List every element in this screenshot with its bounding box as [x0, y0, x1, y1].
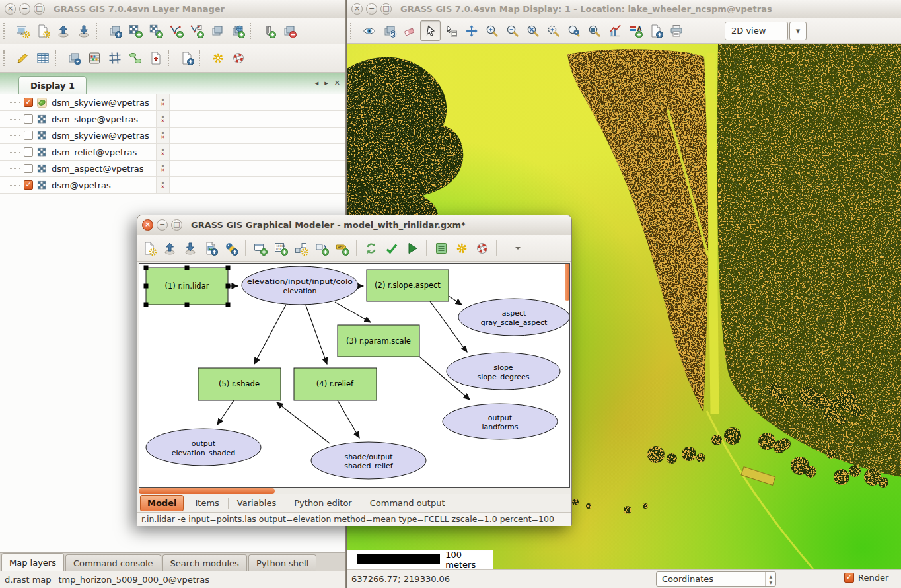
view-mode-dropdown-button[interactable]: ▾ — [789, 22, 807, 40]
add-multiple-layers-button[interactable] — [104, 21, 125, 42]
minimize-icon[interactable]: − — [19, 3, 30, 15]
layer-row-button[interactable]: ▪✕ — [156, 94, 170, 110]
close-icon[interactable]: × — [5, 3, 16, 15]
lm-tab-search-modules[interactable]: Search modules — [162, 554, 247, 571]
add-group-button[interactable] — [207, 21, 227, 42]
tab-close-icon[interactable]: ✕ — [334, 79, 340, 87]
node-r-param-scale[interactable]: (3) r.param.scale — [338, 325, 419, 357]
zoom-to-map-button[interactable] — [584, 20, 604, 41]
node-r-slope-aspect[interactable]: (2) r.slope.aspect — [367, 270, 449, 301]
layer-row[interactable]: dsm_skyview@vpetras▪✕ — [0, 128, 345, 144]
maximize-icon[interactable]: □ — [380, 3, 392, 15]
layer-checkbox[interactable] — [24, 164, 33, 173]
lm-tab-command-console[interactable]: Command console — [65, 554, 161, 571]
zoom-region-button[interactable] — [543, 20, 563, 41]
display-map-button[interactable] — [359, 20, 379, 41]
node-elevation-data[interactable]: elevation/input/input/colo elevation — [242, 266, 358, 305]
item-list-button[interactable] — [431, 238, 451, 258]
add-loop-button[interactable] — [311, 238, 332, 258]
zoom-extent-button[interactable] — [523, 20, 543, 41]
open-workspace-button[interactable] — [53, 21, 73, 42]
tab-scroll-right-icon[interactable]: ▸ — [324, 79, 328, 87]
maximize-icon[interactable]: □ — [171, 219, 182, 231]
print-button[interactable] — [666, 20, 686, 41]
attribute-table-button[interactable] — [32, 48, 53, 69]
edit-vector-button[interactable] — [12, 48, 32, 69]
spinner-icon[interactable]: ▲ ▼ — [765, 572, 772, 586]
close-icon[interactable]: × — [351, 3, 363, 15]
maximize-icon[interactable]: □ — [34, 3, 45, 15]
erase-button[interactable] — [400, 20, 420, 41]
layer-row[interactable]: dsm_relief@vpetras▪✕ — [0, 144, 345, 161]
zoom-back-button[interactable] — [563, 20, 584, 41]
export-python-button[interactable] — [221, 238, 241, 258]
modeler-tab-command-output[interactable]: Command output — [363, 496, 452, 511]
layer-row-button[interactable]: ▪✕ — [156, 144, 170, 160]
map-composer-button[interactable] — [145, 48, 166, 69]
node-landforms-data[interactable]: output landforms — [443, 404, 558, 439]
tab-display-1[interactable]: Display 1 — [18, 76, 87, 94]
attach-overlay-button[interactable] — [258, 21, 279, 42]
horizontal-scrollbar[interactable] — [139, 488, 275, 494]
layer-row[interactable]: dsm_slope@vpetras▪✕ — [0, 111, 345, 128]
spinner-up-icon[interactable]: ▲ — [769, 574, 772, 579]
layer-checkbox[interactable] — [24, 114, 33, 124]
zoom-in-button[interactable] — [482, 20, 502, 41]
pan-button[interactable] — [461, 20, 482, 41]
import-layer-button[interactable] — [63, 48, 84, 69]
layer-checkbox[interactable]: ✓ — [24, 180, 33, 190]
modeler-tab-items[interactable]: Items — [188, 496, 225, 511]
start-new-display-button[interactable] — [12, 21, 32, 42]
layer-row[interactable]: dsm_aspect@vpetras▪✕ — [0, 161, 345, 177]
add-raster-button[interactable] — [125, 21, 145, 42]
layer-name[interactable]: dsm_relief@vpetras — [52, 147, 137, 157]
minimize-icon[interactable]: − — [366, 3, 377, 15]
view-mode-combobox[interactable]: 2D view — [725, 22, 788, 40]
settings-button[interactable] — [207, 48, 228, 69]
add-relation-button[interactable] — [291, 238, 311, 258]
layer-name[interactable]: dsm_skyview@vpetras — [52, 131, 149, 141]
layer-checkbox[interactable] — [24, 147, 33, 157]
modeler-tab-model[interactable]: Model — [140, 495, 184, 511]
node-slope-data[interactable]: slope slope_degrees — [447, 353, 560, 390]
layer-name[interactable]: dsm_skyview@vpetras — [52, 98, 149, 108]
close-icon[interactable]: × — [142, 219, 153, 231]
help-button[interactable] — [228, 48, 248, 69]
layer-name[interactable]: dsm@vpetras — [52, 180, 111, 190]
modeler-tab-variables[interactable]: Variables — [231, 496, 283, 511]
pointer-button[interactable] — [420, 20, 441, 41]
layer-name[interactable]: dsm_aspect@vpetras — [52, 164, 144, 174]
remove-layer-button[interactable] — [279, 21, 299, 42]
zoom-out-button[interactable] — [502, 20, 523, 41]
add-various-raster-button[interactable] — [145, 21, 166, 42]
georectify-button[interactable] — [104, 48, 125, 69]
node-r-shade[interactable]: (5) r.shade — [198, 368, 281, 400]
add-comment-button[interactable]: abc — [332, 238, 352, 258]
add-vector-button[interactable] — [166, 21, 186, 42]
validate-button[interactable] — [381, 238, 402, 258]
statusbar-mode-combobox[interactable]: Coordinates ▲ ▼ — [656, 571, 776, 587]
graphical-modeler-button[interactable] — [125, 48, 145, 69]
save-model-button[interactable] — [180, 238, 200, 258]
query-button[interactable] — [441, 20, 461, 41]
settings-button[interactable] — [451, 238, 472, 258]
add-web-layers-button[interactable] — [227, 21, 248, 42]
export-image-button[interactable] — [200, 238, 221, 258]
lm-tab-map-layers[interactable]: Map layers — [1, 553, 64, 571]
add-command-button[interactable] — [250, 238, 270, 258]
add-data-button[interactable]: 10101010 — [270, 238, 291, 258]
redraw-button[interactable] — [361, 238, 381, 258]
layer-row-button[interactable]: ▪✕ — [156, 177, 170, 193]
layer-row-button[interactable]: ▪✕ — [156, 111, 170, 127]
new-model-button[interactable] — [139, 238, 159, 258]
vertical-scrollbar[interactable] — [565, 264, 569, 301]
add-legend-button[interactable]: A — [625, 20, 645, 41]
modeler-tab-python-editor[interactable]: Python editor — [287, 496, 358, 511]
layer-checkbox[interactable]: ✓ — [24, 98, 33, 107]
lm-tab-python-shell[interactable]: Python shell — [248, 554, 316, 571]
layer-name[interactable]: dsm_slope@vpetras — [52, 114, 138, 124]
layer-row-button[interactable]: ▪✕ — [156, 161, 170, 176]
minimize-icon[interactable]: − — [157, 219, 168, 231]
save-display-button[interactable] — [645, 20, 666, 41]
node-shaded-relief-data[interactable]: shade/output shaded_relief — [311, 442, 426, 479]
